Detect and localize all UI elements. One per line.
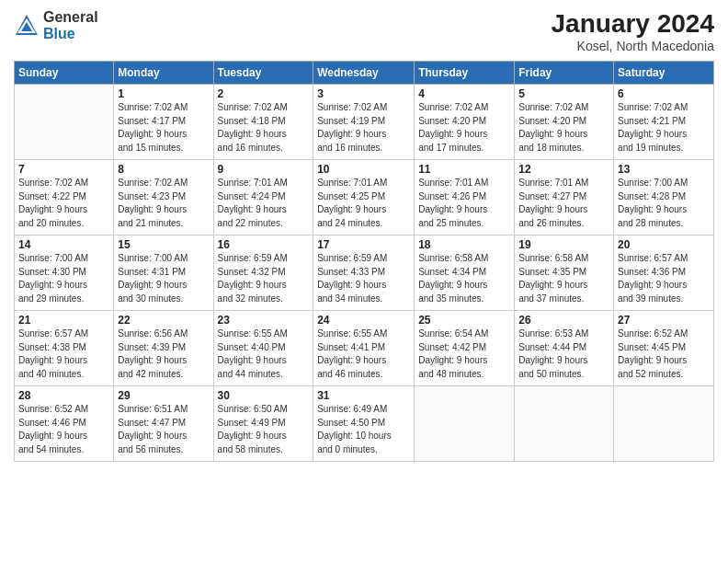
day-info: Sunrise: 6:50 AMSunset: 4:49 PMDaylight:… xyxy=(218,403,310,456)
calendar-cell: 21Sunrise: 6:57 AMSunset: 4:38 PMDayligh… xyxy=(15,311,114,386)
day-number: 25 xyxy=(418,314,510,327)
day-number: 24 xyxy=(317,314,410,327)
weekday-header-tuesday: Tuesday xyxy=(213,62,313,85)
calendar-cell: 14Sunrise: 7:00 AMSunset: 4:30 PMDayligh… xyxy=(15,236,114,311)
day-info: Sunrise: 6:59 AMSunset: 4:33 PMDaylight:… xyxy=(317,252,410,305)
calendar-cell xyxy=(614,386,714,462)
logo: General Blue xyxy=(14,9,98,41)
day-info: Sunrise: 6:57 AMSunset: 4:38 PMDaylight:… xyxy=(18,327,109,381)
calendar-cell xyxy=(515,386,614,462)
week-row-4: 21Sunrise: 6:57 AMSunset: 4:38 PMDayligh… xyxy=(15,311,714,386)
day-info: Sunrise: 6:56 AMSunset: 4:39 PMDaylight:… xyxy=(118,327,209,381)
day-info: Sunrise: 6:58 AMSunset: 4:34 PMDaylight:… xyxy=(418,252,510,305)
day-info: Sunrise: 7:02 AMSunset: 4:21 PMDaylight:… xyxy=(618,101,710,155)
day-info: Sunrise: 6:53 AMSunset: 4:44 PMDaylight:… xyxy=(518,327,609,381)
calendar-cell: 17Sunrise: 6:59 AMSunset: 4:33 PMDayligh… xyxy=(313,236,415,311)
day-info: Sunrise: 7:02 AMSunset: 4:20 PMDaylight:… xyxy=(518,101,609,155)
day-number: 10 xyxy=(317,163,410,176)
day-number: 28 xyxy=(18,389,109,402)
calendar-cell: 25Sunrise: 6:54 AMSunset: 4:42 PMDayligh… xyxy=(415,311,515,386)
day-info: Sunrise: 7:02 AMSunset: 4:19 PMDaylight:… xyxy=(317,101,410,155)
day-number: 22 xyxy=(118,314,209,327)
logo-general-text: General xyxy=(43,9,98,26)
day-info: Sunrise: 7:02 AMSunset: 4:22 PMDaylight:… xyxy=(18,177,109,230)
day-info: Sunrise: 7:01 AMSunset: 4:26 PMDaylight:… xyxy=(418,177,510,230)
day-info: Sunrise: 7:02 AMSunset: 4:20 PMDaylight:… xyxy=(418,101,510,155)
day-number: 6 xyxy=(618,87,710,100)
day-info: Sunrise: 6:52 AMSunset: 4:46 PMDaylight:… xyxy=(18,403,109,456)
weekday-header-thursday: Thursday xyxy=(415,62,515,85)
calendar-cell: 3Sunrise: 7:02 AMSunset: 4:19 PMDaylight… xyxy=(313,85,415,160)
day-number: 17 xyxy=(317,238,410,251)
day-number: 21 xyxy=(18,314,109,327)
day-number: 23 xyxy=(218,314,310,327)
day-number: 19 xyxy=(518,238,609,251)
weekday-header-wednesday: Wednesday xyxy=(313,62,415,85)
calendar-cell: 28Sunrise: 6:52 AMSunset: 4:46 PMDayligh… xyxy=(15,386,114,462)
day-number: 27 xyxy=(618,314,710,327)
day-info: Sunrise: 7:00 AMSunset: 4:30 PMDaylight:… xyxy=(18,252,109,305)
day-number: 15 xyxy=(118,238,209,251)
location: Kosel, North Macedonia xyxy=(552,39,714,53)
calendar-cell: 5Sunrise: 7:02 AMSunset: 4:20 PMDaylight… xyxy=(515,85,614,160)
day-number: 12 xyxy=(518,163,609,176)
calendar-cell: 11Sunrise: 7:01 AMSunset: 4:26 PMDayligh… xyxy=(415,160,515,236)
calendar-cell: 16Sunrise: 6:59 AMSunset: 4:32 PMDayligh… xyxy=(213,236,313,311)
day-number: 11 xyxy=(418,163,510,176)
day-number: 2 xyxy=(218,87,310,100)
calendar-cell: 26Sunrise: 6:53 AMSunset: 4:44 PMDayligh… xyxy=(515,311,614,386)
day-number: 30 xyxy=(218,389,310,402)
day-number: 7 xyxy=(18,163,109,176)
calendar-cell xyxy=(15,85,114,160)
calendar-cell: 23Sunrise: 6:55 AMSunset: 4:40 PMDayligh… xyxy=(213,311,313,386)
title-area: January 2024 Kosel, North Macedonia xyxy=(552,9,714,53)
calendar-cell: 15Sunrise: 7:00 AMSunset: 4:31 PMDayligh… xyxy=(114,236,213,311)
day-number: 1 xyxy=(118,87,209,100)
day-number: 31 xyxy=(317,389,410,402)
day-info: Sunrise: 6:57 AMSunset: 4:36 PMDaylight:… xyxy=(618,252,710,305)
day-info: Sunrise: 7:02 AMSunset: 4:18 PMDaylight:… xyxy=(218,101,310,155)
calendar-cell: 29Sunrise: 6:51 AMSunset: 4:47 PMDayligh… xyxy=(114,386,213,462)
week-row-1: 1Sunrise: 7:02 AMSunset: 4:17 PMDaylight… xyxy=(15,85,714,160)
weekday-header-row: SundayMondayTuesdayWednesdayThursdayFrid… xyxy=(15,62,714,85)
day-info: Sunrise: 6:59 AMSunset: 4:32 PMDaylight:… xyxy=(218,252,310,305)
calendar-cell: 20Sunrise: 6:57 AMSunset: 4:36 PMDayligh… xyxy=(614,236,714,311)
day-number: 8 xyxy=(118,163,209,176)
calendar-cell: 19Sunrise: 6:58 AMSunset: 4:35 PMDayligh… xyxy=(515,236,614,311)
calendar-cell: 27Sunrise: 6:52 AMSunset: 4:45 PMDayligh… xyxy=(614,311,714,386)
calendar-cell: 22Sunrise: 6:56 AMSunset: 4:39 PMDayligh… xyxy=(114,311,213,386)
calendar-cell: 31Sunrise: 6:49 AMSunset: 4:50 PMDayligh… xyxy=(313,386,415,462)
day-number: 14 xyxy=(18,238,109,251)
weekday-header-saturday: Saturday xyxy=(614,62,714,85)
calendar-cell: 24Sunrise: 6:55 AMSunset: 4:41 PMDayligh… xyxy=(313,311,415,386)
day-number: 4 xyxy=(418,87,510,100)
day-info: Sunrise: 7:02 AMSunset: 4:17 PMDaylight:… xyxy=(118,101,209,155)
day-info: Sunrise: 6:54 AMSunset: 4:42 PMDaylight:… xyxy=(418,327,510,381)
calendar-cell: 12Sunrise: 7:01 AMSunset: 4:27 PMDayligh… xyxy=(515,160,614,236)
weekday-header-monday: Monday xyxy=(114,62,213,85)
day-info: Sunrise: 6:49 AMSunset: 4:50 PMDaylight:… xyxy=(317,403,410,456)
day-info: Sunrise: 6:52 AMSunset: 4:45 PMDaylight:… xyxy=(618,327,710,381)
calendar-cell: 18Sunrise: 6:58 AMSunset: 4:34 PMDayligh… xyxy=(415,236,515,311)
calendar-cell: 1Sunrise: 7:02 AMSunset: 4:17 PMDaylight… xyxy=(114,85,213,160)
weekday-header-sunday: Sunday xyxy=(15,62,114,85)
header: General Blue January 2024 Kosel, North M… xyxy=(14,9,714,53)
calendar-cell xyxy=(415,386,515,462)
day-number: 29 xyxy=(118,389,209,402)
day-number: 18 xyxy=(418,238,510,251)
logo-blue-text: Blue xyxy=(43,26,98,42)
calendar-cell: 8Sunrise: 7:02 AMSunset: 4:23 PMDaylight… xyxy=(114,160,213,236)
calendar-cell: 10Sunrise: 7:01 AMSunset: 4:25 PMDayligh… xyxy=(313,160,415,236)
calendar-cell: 4Sunrise: 7:02 AMSunset: 4:20 PMDaylight… xyxy=(415,85,515,160)
page: General Blue January 2024 Kosel, North M… xyxy=(0,0,728,563)
day-number: 9 xyxy=(218,163,310,176)
day-info: Sunrise: 7:00 AMSunset: 4:31 PMDaylight:… xyxy=(118,252,209,305)
day-number: 20 xyxy=(618,238,710,251)
day-info: Sunrise: 6:55 AMSunset: 4:41 PMDaylight:… xyxy=(317,327,410,381)
calendar-cell: 30Sunrise: 6:50 AMSunset: 4:49 PMDayligh… xyxy=(213,386,313,462)
calendar-cell: 13Sunrise: 7:00 AMSunset: 4:28 PMDayligh… xyxy=(614,160,714,236)
calendar-cell: 2Sunrise: 7:02 AMSunset: 4:18 PMDaylight… xyxy=(213,85,313,160)
month-title: January 2024 xyxy=(552,9,714,39)
week-row-2: 7Sunrise: 7:02 AMSunset: 4:22 PMDaylight… xyxy=(15,160,714,236)
calendar-cell: 9Sunrise: 7:01 AMSunset: 4:24 PMDaylight… xyxy=(213,160,313,236)
